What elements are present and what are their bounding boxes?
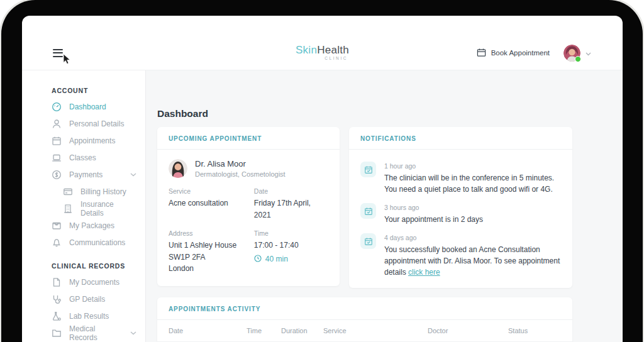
address-value: Unit 1 Ashley House SW1P 2FA London <box>169 240 254 275</box>
laptop-icon <box>52 153 62 163</box>
notification-time: 3 hours ago <box>384 204 483 211</box>
column-header-date: Date <box>169 327 247 334</box>
appointments-activity-title: APPOINTMENTS ACTIVITY <box>157 297 572 320</box>
table-header-row: Date Time Duration Service Doctor Status <box>157 320 572 341</box>
notification-item: 1 hour ago The clinician will be in the … <box>360 162 561 195</box>
notification-item: 4 days ago You successfully booked an Ac… <box>360 233 561 278</box>
sidebar: ACCOUNT Dashboard Personal Details Appoi… <box>22 70 146 342</box>
column-header-status: Status <box>508 327 561 334</box>
chevron-down-icon <box>130 173 136 177</box>
document-icon <box>52 277 62 287</box>
calendar-check-icon <box>360 162 376 177</box>
sidebar-item-label: My Documents <box>69 278 119 287</box>
top-bar: SkinHealth CLINIC Book Appointment <box>22 16 623 70</box>
sidebar-item-gp-details[interactable]: GP Details <box>52 290 145 307</box>
appointments-activity-card: APPOINTMENTS ACTIVITY Date Time Duration… <box>157 297 572 342</box>
column-header-service: Service <box>323 327 428 334</box>
notification-text: Your appointment is in 2 days <box>384 214 483 225</box>
sidebar-item-personal-details[interactable]: Personal Details <box>52 115 145 132</box>
upcoming-appointment-card: UPCOMING APPOINTMENT Dr. Alisa Moor Derm… <box>157 127 340 286</box>
main-content: Dashboard UPCOMING APPOINTMENT Dr. Alisa… <box>146 70 623 342</box>
sidebar-item-label: Payments <box>69 170 103 179</box>
click-here-link[interactable]: click here <box>408 268 440 277</box>
sidebar-section-account: ACCOUNT <box>52 87 145 94</box>
column-header-time: Time <box>247 327 281 334</box>
package-icon <box>52 221 62 231</box>
service-label: Service <box>169 187 254 195</box>
calendar-check-icon <box>360 233 376 249</box>
notification-text: The clinician will be in the conference … <box>384 172 561 195</box>
sidebar-item-appointments[interactable]: Appointments <box>52 132 145 149</box>
calendar-icon <box>477 48 486 58</box>
address-label: Address <box>169 229 254 237</box>
calendar-check-icon <box>360 203 376 219</box>
sidebar-item-dashboard[interactable]: Dashboard <box>52 98 145 115</box>
doctor-avatar <box>169 159 187 178</box>
column-header-duration: Duration <box>281 327 323 334</box>
building-icon <box>63 204 73 214</box>
sidebar-item-label: Dashboard <box>69 102 106 111</box>
bell-icon <box>52 238 62 248</box>
sidebar-item-label: Personal Details <box>69 119 124 128</box>
dashboard-icon <box>52 102 62 112</box>
credit-card-icon <box>63 187 73 197</box>
time-value: 17:00 - 17:40 <box>254 240 328 251</box>
online-status-dot <box>575 56 581 62</box>
sidebar-item-label: GP Details <box>69 295 105 304</box>
brand-tagline: CLINIC <box>296 57 349 61</box>
sidebar-item-communications[interactable]: Communications <box>52 234 145 251</box>
chevron-down-icon <box>586 47 591 58</box>
sidebar-item-payments[interactable]: Payments <box>52 166 145 183</box>
sidebar-item-label: Lab Results <box>69 312 109 321</box>
book-appointment-label: Book Appointment <box>491 49 550 57</box>
stethoscope-icon <box>52 294 62 304</box>
sidebar-item-medical-records[interactable]: Medical Records <box>52 324 145 341</box>
clock-icon <box>254 255 262 264</box>
sidebar-item-label: Billing History <box>80 187 126 196</box>
page-title: Dashboard <box>157 108 572 119</box>
notifications-title: NOTIFICATIONS <box>349 127 572 150</box>
doctor-name: Dr. Alisa Moor <box>195 159 286 168</box>
folder-icon <box>52 328 62 338</box>
notification-item: 3 hours ago Your appointment is in 2 day… <box>360 203 561 225</box>
sidebar-item-label: Medical Records <box>69 324 123 342</box>
date-value: Friday 17th April, 2021 <box>254 197 328 221</box>
user-avatar <box>564 45 580 62</box>
sidebar-item-label: My Packages <box>69 221 114 230</box>
user-menu[interactable] <box>564 45 591 62</box>
sidebar-item-label: Communications <box>69 238 125 247</box>
notification-time: 4 days ago <box>384 234 561 241</box>
sidebar-item-my-packages[interactable]: My Packages <box>52 217 145 234</box>
lab-flask-icon <box>52 311 62 321</box>
sidebar-item-billing-history[interactable]: Billing History <box>52 183 145 200</box>
calendar-icon <box>52 136 62 146</box>
notification-text: You successfully booked an Acne Consulta… <box>384 244 561 278</box>
sidebar-item-my-documents[interactable]: My Documents <box>52 273 145 290</box>
doctor-speciality: Dermatologist, Cosmetologist <box>195 170 286 178</box>
app-window: SkinHealth CLINIC Book Appointment <box>22 16 623 342</box>
hamburger-menu-icon[interactable] <box>53 49 63 57</box>
notifications-card: NOTIFICATIONS 1 hour ago The clinician w… <box>349 127 572 288</box>
sidebar-item-label: Classes <box>69 153 96 162</box>
dollar-icon <box>52 170 62 180</box>
brand-logo: SkinHealth CLINIC <box>296 45 349 61</box>
time-label: Time <box>254 229 328 237</box>
service-value: Acne consultation <box>169 197 254 209</box>
notification-time: 1 hour ago <box>384 162 561 170</box>
upcoming-appointment-title: UPCOMING APPOINTMENT <box>157 127 340 150</box>
brand-secondary: Health <box>317 44 349 56</box>
sidebar-section-clinical-records: CLINICAL RECORDS <box>52 262 145 270</box>
duration-value: 40 min <box>265 255 288 263</box>
sidebar-item-classes[interactable]: Classes <box>52 149 145 166</box>
sidebar-item-label: Insurance Details <box>80 200 136 218</box>
sidebar-item-lab-results[interactable]: Lab Results <box>52 307 145 324</box>
book-appointment-button[interactable]: Book Appointment <box>477 48 550 58</box>
date-label: Date <box>254 187 328 195</box>
brand-primary: Skin <box>296 44 317 56</box>
person-icon <box>52 119 62 129</box>
sidebar-item-insurance-details[interactable]: Insurance Details <box>52 200 145 217</box>
chevron-down-icon <box>130 331 136 335</box>
column-header-doctor: Doctor <box>428 327 508 334</box>
sidebar-item-label: Appointments <box>69 136 115 145</box>
